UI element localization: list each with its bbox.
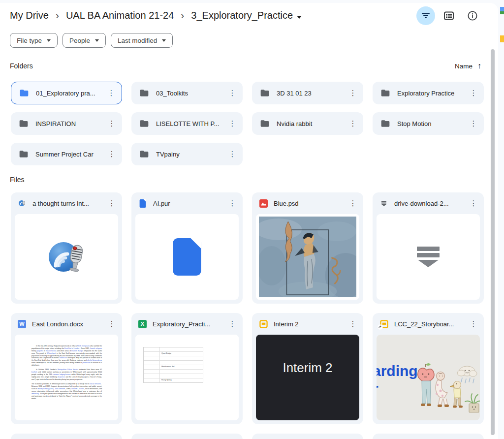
list-view-toggle-button[interactable]: [443, 10, 455, 22]
file-name: Exploratory_Practi...: [153, 320, 226, 328]
folder-name: Stop Motion: [397, 120, 467, 127]
slides-shortcut-icon: [379, 319, 388, 328]
folder-menu-caret-icon[interactable]: [297, 16, 302, 19]
folder-card[interactable]: Stop Motion ⋮: [373, 112, 484, 135]
folder-card[interactable]: LISELOTTE WITH P... ⋮: [131, 112, 243, 135]
breadcrumb-item-my-drive[interactable]: My Drive: [6, 8, 53, 23]
document-page-preview: In the mid-19th century, England experie…: [15, 335, 118, 420]
file-thumbnail: [15, 214, 118, 300]
info-icon: [467, 10, 478, 21]
file-thumbnail: arding r: [377, 335, 480, 420]
file-thumbnail: Quiet Bridge Metahuman: Sol Rusty Spring: [135, 335, 239, 420]
archive-file-icon: [379, 199, 388, 208]
folder-icon: [139, 149, 149, 159]
more-options-icon[interactable]: ⋮: [226, 197, 239, 210]
more-options-icon[interactable]: ⋮: [467, 197, 480, 210]
breadcrumb-item-parent-folder[interactable]: UAL BA Animation 21-24: [62, 8, 178, 23]
folder-card[interactable]: INSPIRATION ⋮: [11, 112, 122, 135]
document-text: In the mid-19th century, England experie…: [32, 345, 102, 402]
folder-name: Summer Project Car: [35, 151, 105, 158]
file-name: East London.docx: [32, 320, 105, 328]
list-view-icon: [443, 10, 454, 21]
people-filter-chip[interactable]: People: [63, 33, 106, 48]
people-filter-label: People: [69, 37, 90, 44]
folder-name: 01_Exploratory pra...: [36, 90, 105, 97]
slide-preview: Interim 2: [256, 335, 359, 420]
slides-presentation-icon: [259, 319, 268, 328]
file-name: a thought turns int...: [32, 200, 105, 207]
more-options-icon[interactable]: ⋮: [346, 87, 359, 99]
folder-card[interactable]: TVpainy ⋮: [131, 143, 243, 165]
more-options-icon[interactable]: ⋮: [105, 117, 118, 130]
sort-by-name-button[interactable]: Name ↑: [455, 62, 481, 70]
file-card[interactable]: W East London.docx ⋮ In the mid-19th cen…: [11, 313, 122, 424]
filter-toggle-button[interactable]: [416, 6, 435, 25]
background-window-fragment: [500, 7, 504, 11]
spreadsheet-cell: Metahuman: Sol: [161, 366, 174, 368]
generic-file-icon: [138, 199, 147, 208]
file-card[interactable]: [373, 434, 484, 439]
file-type-filter-label: File type: [17, 37, 42, 44]
more-options-icon[interactable]: ⋮: [226, 148, 239, 160]
more-options-icon[interactable]: ⋮: [105, 87, 118, 99]
vertical-scrollbar[interactable]: [491, 49, 495, 435]
more-options-icon[interactable]: ⋮: [105, 317, 118, 330]
file-card[interactable]: Blue.psd ⋮: [252, 192, 363, 304]
folder-card[interactable]: 01_Exploratory pra... ⋮: [11, 82, 122, 104]
folder-icon: [260, 88, 270, 98]
file-card[interactable]: AI.pur ⋮: [131, 192, 243, 304]
more-options-icon[interactable]: ⋮: [105, 197, 118, 210]
filter-chip-row: File type People Last modified: [10, 33, 173, 48]
file-card[interactable]: a thought turns int... ⋮: [11, 192, 122, 304]
more-options-icon[interactable]: ⋮: [467, 317, 480, 330]
chevron-right-icon: ›: [56, 9, 59, 21]
more-options-icon[interactable]: ⋮: [346, 317, 359, 330]
more-options-icon[interactable]: ⋮: [467, 87, 480, 99]
more-options-icon[interactable]: ⋮: [226, 87, 239, 99]
background-window-fragment: [500, 11, 504, 14]
file-thumbnail: [135, 214, 239, 300]
files-section-label: Files: [10, 176, 25, 184]
generic-file-glyph: [173, 238, 201, 276]
more-options-icon[interactable]: ⋮: [226, 117, 239, 130]
details-info-button[interactable]: [467, 10, 478, 22]
folder-name: INSPIRATION: [35, 120, 105, 127]
file-card[interactable]: X Exploratory_Practi... ⋮ Quiet Bridge M…: [131, 313, 243, 424]
file-card[interactable]: Interim 2 ⋮ Interim 2: [252, 313, 363, 424]
file-name: drive-download-2...: [394, 200, 467, 207]
more-options-icon[interactable]: ⋮: [226, 317, 239, 330]
breadcrumb-item-current-folder[interactable]: 3_Exploratory_Practice: [187, 8, 306, 23]
file-thumbnail: [256, 214, 359, 300]
folders-section-label: Folders: [10, 62, 33, 70]
psd-image-preview: [256, 214, 359, 300]
more-options-icon[interactable]: ⋮: [346, 117, 359, 130]
slide-title-text: Interim 2: [283, 360, 332, 420]
file-card[interactable]: [252, 434, 363, 439]
chevron-down-icon: [95, 39, 99, 42]
folder-card[interactable]: Summer Project Car ⋮: [11, 143, 122, 165]
folder-name: 03_Toolkits: [156, 90, 226, 97]
more-options-icon[interactable]: ⋮: [105, 148, 118, 160]
more-options-icon[interactable]: ⋮: [467, 117, 480, 130]
folder-card[interactable]: Nvidia rabbit ⋮: [252, 112, 363, 135]
folder-card[interactable]: 3D 31 01 23 ⋮: [252, 82, 363, 104]
file-card[interactable]: drive-download-2... ⋮: [373, 192, 484, 304]
file-card[interactable]: LCC_22_Storyboar... ⋮ arding r: [373, 313, 484, 424]
blue-painting-illustration: [259, 217, 356, 297]
file-card[interactable]: [11, 434, 122, 439]
folder-card[interactable]: 03_Toolkits ⋮: [131, 82, 243, 104]
file-type-filter-chip[interactable]: File type: [10, 33, 58, 48]
word-document-icon: W: [18, 320, 26, 328]
more-options-icon[interactable]: ⋮: [346, 197, 359, 210]
shortcut-arrow-badge-icon: [378, 324, 383, 330]
folder-name: Exploratory Practice: [397, 90, 467, 97]
spreadsheet-cell: Quiet Bridge: [161, 352, 171, 354]
last-modified-filter-chip[interactable]: Last modified: [111, 33, 173, 48]
chevron-right-icon: ›: [181, 9, 184, 21]
file-card[interactable]: [131, 434, 243, 439]
folder-icon: [19, 119, 29, 128]
files-grid: a thought turns int... ⋮: [11, 192, 484, 439]
sort-label: Name: [455, 63, 472, 70]
folder-card[interactable]: Exploratory Practice ⋮: [373, 82, 484, 104]
file-thumbnail: In the mid-19th century, England experie…: [15, 335, 118, 420]
